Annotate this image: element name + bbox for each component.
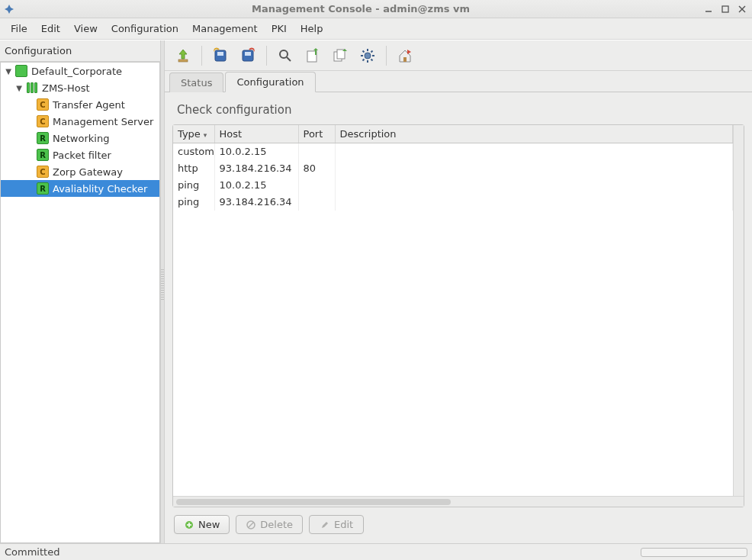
tree-label: Zorp Gateway xyxy=(51,166,123,178)
svg-rect-5 xyxy=(178,60,188,62)
menu-configuration[interactable]: Configuration xyxy=(105,20,185,37)
minimize-button[interactable] xyxy=(702,2,715,16)
col-header-type[interactable]: Type xyxy=(173,125,214,143)
save-commit-icon[interactable] xyxy=(208,43,233,68)
menu-pki[interactable]: PKI xyxy=(265,20,293,37)
close-button[interactable] xyxy=(735,2,749,16)
resource-icon: R xyxy=(37,182,49,195)
svg-point-15 xyxy=(365,53,371,59)
gear-icon[interactable] xyxy=(355,43,380,68)
menu-help[interactable]: Help xyxy=(294,20,329,37)
chevron-down-icon[interactable]: ▼ xyxy=(14,84,24,92)
svg-line-23 xyxy=(363,59,365,60)
multi-export-icon[interactable] xyxy=(328,43,352,68)
svg-rect-1 xyxy=(722,6,728,12)
status-text: Committed xyxy=(5,546,59,558)
toolbar xyxy=(165,40,752,71)
host-icon xyxy=(26,82,38,94)
svg-rect-4 xyxy=(18,67,24,75)
titlebar: Management Console - admin@zms vm xyxy=(0,0,752,18)
menu-file[interactable]: File xyxy=(5,20,34,37)
tree-node-default-corporate[interactable]: ▼ Default_Corporate xyxy=(1,63,159,79)
tree-node-management-server[interactable]: CManagement Server xyxy=(1,113,159,130)
app-icon xyxy=(3,3,15,15)
menu-management[interactable]: Management xyxy=(186,20,264,37)
new-button[interactable]: New xyxy=(174,515,230,534)
component-icon: C xyxy=(37,98,49,111)
menu-edit[interactable]: Edit xyxy=(35,20,66,37)
horizontal-scrollbar[interactable] xyxy=(173,496,744,507)
table-row[interactable]: ping93.184.216.34 xyxy=(173,194,733,211)
component-icon: C xyxy=(37,115,49,127)
svg-rect-9 xyxy=(245,52,251,56)
svg-line-22 xyxy=(371,50,373,52)
config-tree[interactable]: ▼ Default_Corporate ▼ ZMS-Host xyxy=(0,62,160,543)
export-icon[interactable] xyxy=(300,43,325,68)
pencil-icon xyxy=(320,520,330,530)
col-header-port[interactable]: Port xyxy=(298,125,335,143)
vertical-scrollbar[interactable] xyxy=(733,125,744,496)
tree-node-packet-filter[interactable]: RPacket filter xyxy=(1,146,159,163)
button-label: Delete xyxy=(260,519,293,530)
tree-label: Avaliablity Checker xyxy=(51,183,147,195)
button-row: New Delete Edit xyxy=(172,513,744,536)
button-label: Edit xyxy=(334,519,353,530)
component-icon: C xyxy=(37,166,49,178)
tree-label: ZMS-Host xyxy=(40,82,90,94)
table-row[interactable]: custom10.0.2.15 xyxy=(173,143,733,160)
statusbar: Committed xyxy=(0,543,752,560)
tree-node-transfer-agent[interactable]: CTransfer Agent xyxy=(1,96,159,113)
svg-line-11 xyxy=(287,57,291,61)
main-pane: Status Configuration Check configuration… xyxy=(165,40,752,543)
edit-button[interactable]: Edit xyxy=(309,515,364,534)
sidebar-heading: Configuration xyxy=(0,40,160,62)
col-header-host[interactable]: Host xyxy=(214,125,298,143)
check-table: Type Host Port Description custom10.0.2.… xyxy=(172,124,744,507)
resource-icon: R xyxy=(37,149,49,161)
tab-configuration[interactable]: Configuration xyxy=(225,72,315,92)
tree-label: Management Server xyxy=(51,116,153,127)
section-title: Check configuration xyxy=(172,98,744,124)
tree-node-zms-host[interactable]: ▼ ZMS-Host xyxy=(1,79,159,96)
upload-icon[interactable] xyxy=(171,43,195,68)
progress-bar xyxy=(641,548,747,557)
chevron-down-icon[interactable]: ▼ xyxy=(4,67,13,76)
table-row[interactable]: ping10.0.2.15 xyxy=(173,177,733,194)
search-icon[interactable] xyxy=(273,43,297,68)
menu-view[interactable]: View xyxy=(68,20,104,37)
tab-status[interactable]: Status xyxy=(169,72,223,92)
svg-line-29 xyxy=(249,522,254,527)
resource-icon: R xyxy=(37,132,49,144)
col-header-description[interactable]: Description xyxy=(335,125,733,143)
site-icon xyxy=(15,65,27,77)
tabbar: Status Configuration xyxy=(165,71,752,92)
forbidden-icon xyxy=(246,520,256,530)
svg-rect-24 xyxy=(403,57,407,62)
button-label: New xyxy=(198,519,220,530)
tree-node-zorp-gateway[interactable]: CZorp Gateway xyxy=(1,163,159,180)
tree-node-availability-checker[interactable]: RAvaliablity Checker xyxy=(1,180,159,197)
plus-icon xyxy=(184,520,194,530)
svg-rect-7 xyxy=(217,52,223,56)
tree-label: Packet filter xyxy=(51,150,111,161)
svg-point-10 xyxy=(280,50,288,58)
window-title: Management Console - admin@zms vm xyxy=(20,3,702,14)
home-flag-icon[interactable] xyxy=(393,43,417,68)
svg-line-20 xyxy=(363,50,365,52)
tree-label: Networking xyxy=(51,133,109,144)
svg-line-21 xyxy=(371,59,373,60)
tree-label: Default_Corporate xyxy=(30,66,122,77)
delete-button[interactable]: Delete xyxy=(236,515,303,534)
table-row[interactable]: http93.184.216.3480 xyxy=(173,160,733,177)
tree-node-networking[interactable]: RNetworking xyxy=(1,130,159,146)
menubar: File Edit View Configuration Management … xyxy=(0,18,752,40)
tree-label: Transfer Agent xyxy=(51,99,125,111)
sidebar: Configuration ▼ Default_Corporate ▼ xyxy=(0,40,160,543)
save-revert-icon[interactable] xyxy=(236,43,260,68)
maximize-button[interactable] xyxy=(718,2,732,16)
